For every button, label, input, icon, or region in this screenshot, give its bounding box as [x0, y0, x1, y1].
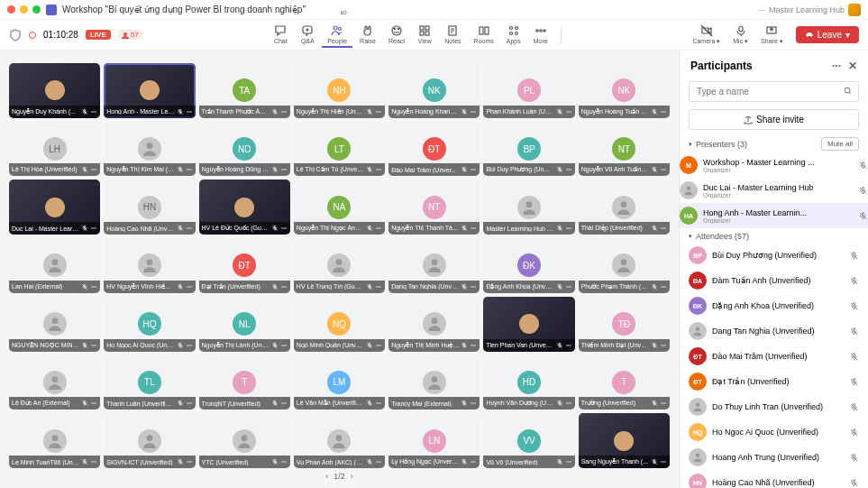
tile-more-icon[interactable] — [660, 400, 667, 407]
tile-more-icon[interactable] — [186, 458, 193, 465]
next-page[interactable]: › — [351, 472, 353, 481]
tile-more-icon[interactable] — [565, 283, 572, 290]
participant-tile[interactable]: TĐThiềm Minh Đạt (Unve... — [579, 297, 670, 352]
participant-tile[interactable]: TTrường (Unverified) — [579, 355, 670, 410]
tile-more-icon[interactable] — [660, 458, 667, 465]
tile-more-icon[interactable] — [186, 342, 193, 349]
tile-more-icon[interactable] — [565, 400, 572, 407]
tile-more-icon[interactable] — [90, 166, 97, 173]
share-button[interactable]: Share ▾ — [755, 23, 789, 47]
shield-icon[interactable] — [9, 29, 22, 41]
tile-more-icon[interactable] — [280, 458, 288, 465]
participant-tile[interactable]: BPBùi Duy Phương (Un... — [483, 122, 574, 177]
participant-tile[interactable]: Sang Nguyễn Thanh (... — [579, 413, 670, 468]
participant-tile[interactable]: Hong Anh - Master Learnin... — [104, 63, 195, 118]
participant-tile[interactable]: ĐTĐào Mai Trâm (Unver... — [388, 122, 480, 177]
tile-more-icon[interactable] — [470, 283, 477, 290]
participant-row[interactable]: HQHo Ngoc Ai Quoc (Unverified) — [689, 419, 859, 445]
tile-more-icon[interactable] — [280, 342, 288, 349]
tile-more-icon[interactable] — [375, 342, 382, 349]
close-window[interactable] — [7, 5, 15, 14]
participant-tile[interactable]: NKNguyễn Hoàng Khang (... — [388, 63, 480, 118]
participant-tile[interactable]: SIGVN-ICT (Unverified) — [104, 413, 195, 468]
participant-row[interactable]: BPBùi Duy Phương (Unverified) — [689, 243, 859, 268]
participant-row[interactable]: ĐAĐàm Tuấn Anh (Unverified) — [689, 268, 859, 293]
participant-tile[interactable]: NLNguyễn Thị Lành (Unv... — [199, 297, 290, 352]
tile-more-icon[interactable] — [375, 458, 382, 465]
chat-button[interactable]: Chat — [268, 23, 293, 48]
participant-tile[interactable]: LHLê Thị Hòa (Unverified) — [9, 122, 100, 177]
participant-tile[interactable]: PLPhan Khánh Luân (Unv... — [483, 63, 574, 118]
panel-more-icon[interactable]: ··· — [832, 60, 841, 72]
participant-tile[interactable]: Phước Phạm Thành (E... — [579, 238, 670, 293]
presenters-section[interactable]: ▾ Presenters (3) Mute all — [680, 134, 868, 152]
participant-row[interactable]: HNHoàng Cao Nhã (Unverified) — [689, 470, 859, 488]
participant-row[interactable]: ĐKĐặng Anh Khoa (Unverified) — [689, 293, 859, 318]
participant-tile[interactable]: NQNgô Minh Quân (Unver... — [294, 297, 385, 352]
participant-tile[interactable]: TTrungNT (Unverified) — [199, 355, 290, 410]
tile-more-icon[interactable] — [186, 283, 193, 290]
tile-more-icon[interactable] — [280, 108, 288, 115]
view-button[interactable]: View — [412, 23, 437, 48]
participant-tile[interactable]: Lan Hai (External) — [9, 238, 100, 293]
tile-more-icon[interactable] — [660, 166, 667, 173]
window-controls[interactable] — [7, 5, 41, 14]
tile-more-icon[interactable] — [660, 342, 667, 349]
participant-tile[interactable]: NHNguyễn Thị Hiền (Unverif... — [294, 63, 385, 118]
tile-more-icon[interactable] — [375, 108, 382, 115]
participant-tile[interactable]: Nguyễn Duy Khánh (... — [9, 63, 100, 118]
participant-tile[interactable]: Vu Phan Anh (AKC) (U... — [294, 413, 385, 468]
apps-button[interactable]: Apps — [501, 23, 526, 48]
participant-tile[interactable]: LNLy Hồng Ngọc (Unverif... — [388, 413, 480, 468]
participant-tile[interactable]: Master Learning Hub A... — [483, 180, 574, 235]
tile-more-icon[interactable] — [470, 400, 477, 407]
participant-tile[interactable]: HV Nguyễn Vĩnh Hiền (... — [104, 238, 195, 293]
tile-more-icon[interactable] — [90, 225, 97, 232]
raise-button[interactable]: Raise — [354, 23, 381, 48]
leave-button[interactable]: Leave ▾ — [796, 26, 859, 43]
share-invite-button[interactable]: Share invite — [689, 109, 859, 130]
panel-close-icon[interactable]: ✕ — [848, 60, 857, 72]
mute-all-button[interactable]: Mute all — [821, 137, 859, 151]
people-button[interactable]: 60People — [322, 23, 352, 48]
tile-more-icon[interactable] — [660, 225, 667, 232]
participant-tile[interactable]: HNHoàng Cao Nhã (Unve... — [104, 180, 195, 235]
tile-more-icon[interactable] — [470, 166, 477, 173]
tile-more-icon[interactable] — [90, 283, 97, 290]
participant-tile[interactable]: HDHuỳnh Văn Dương (Un... — [483, 355, 574, 410]
tile-more-icon[interactable] — [280, 225, 288, 232]
tile-more-icon[interactable] — [186, 108, 193, 115]
qa-button[interactable]: Q&A — [295, 23, 320, 48]
tile-more-icon[interactable] — [280, 166, 288, 173]
participant-tile[interactable]: NTNguyễn Vũ Anh Tuấn (... — [579, 122, 670, 177]
tile-more-icon[interactable] — [470, 108, 477, 115]
tile-more-icon[interactable] — [375, 166, 382, 173]
react-button[interactable]: React — [383, 23, 410, 48]
participant-tile[interactable]: HV Lê Trung Tín (Guest) — [294, 238, 385, 293]
participant-tile[interactable]: NTNguyễn Thị Thanh Tâ... — [388, 180, 480, 235]
tile-more-icon[interactable] — [565, 458, 572, 465]
search-input[interactable] — [689, 81, 859, 102]
participant-tile[interactable]: TATrần Thanh Phước Ân (... — [199, 63, 290, 118]
tile-more-icon[interactable] — [280, 400, 288, 407]
camera-button[interactable]: Camera ▾ — [687, 23, 726, 47]
tile-more-icon[interactable] — [280, 283, 288, 290]
participant-tile[interactable]: Trancy Mai (External) — [388, 355, 480, 410]
participant-tile[interactable]: LMLê Văn Mẫn (Unverified) — [294, 355, 385, 410]
participant-tile[interactable]: ĐTĐạt Trần (Unverified) — [199, 238, 290, 293]
participant-tile[interactable]: Nguyễn Thị Kim Mai (U... — [104, 122, 195, 177]
tile-more-icon[interactable] — [375, 283, 382, 290]
tile-more-icon[interactable] — [470, 458, 477, 465]
tile-more-icon[interactable] — [565, 342, 572, 349]
participant-row[interactable]: MWorkshop - Master Learning ...Organizer — [680, 152, 868, 178]
participant-row[interactable]: Duc Lai - Master Learning HubOrganizer — [680, 178, 868, 203]
participant-search[interactable] — [689, 81, 859, 102]
participant-tile[interactable]: ĐKĐặng Anh Khoa (Unve... — [483, 238, 574, 293]
tile-more-icon[interactable] — [186, 400, 193, 407]
tile-more-icon[interactable] — [565, 225, 572, 232]
tile-more-icon[interactable] — [90, 458, 97, 465]
participant-tile[interactable]: LTLê Thị Cẩm Tú (Unverif... — [294, 122, 385, 177]
mic-button[interactable]: Mic ▾ — [727, 23, 754, 47]
participant-tile[interactable]: VVVũ Võ (Unverified) — [483, 413, 574, 468]
tile-more-icon[interactable] — [186, 166, 193, 173]
